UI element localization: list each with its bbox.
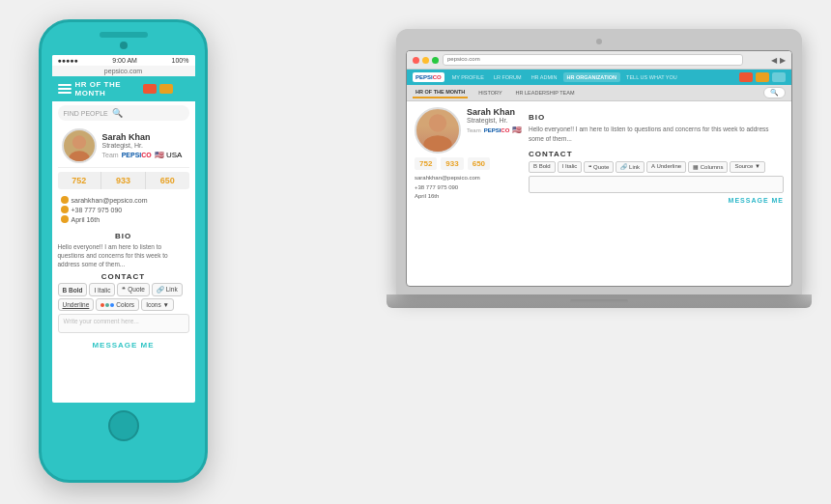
profile-header: Sarah Khan Strategist, Hr. Team PEPSICO … bbox=[415, 107, 521, 154]
subnav-leadership[interactable]: HR LEADERSHIP TEAM bbox=[513, 88, 578, 98]
browser-nav-icons: ◀ ▶ bbox=[747, 56, 786, 65]
nav-icon-yellow[interactable] bbox=[159, 84, 173, 94]
team-label: Team bbox=[102, 152, 119, 158]
url-text: pepsico.com bbox=[104, 68, 142, 74]
browser-forward-icon[interactable]: ▶ bbox=[780, 56, 786, 65]
maximize-window-btn[interactable] bbox=[432, 57, 439, 64]
italic-label: I Italic bbox=[94, 287, 110, 294]
phone-url-bar: pepsico.com bbox=[52, 66, 195, 76]
subnav-hrmonth[interactable]: HR OF THE MONTH bbox=[413, 87, 468, 98]
nav-icon-teal[interactable] bbox=[176, 84, 189, 94]
subnav-history[interactable]: HISTORY bbox=[475, 88, 504, 98]
laptop-contact: sarahkhan@pepsico.com +38 777 975 090 Ap… bbox=[415, 174, 521, 202]
nav-tab-hrorg[interactable]: HR ORGANIZATION bbox=[563, 72, 621, 82]
svg-point-0 bbox=[72, 135, 85, 149]
message-me-button[interactable]: MESSAGE ME bbox=[52, 337, 195, 353]
laptop-comment-toolbar: B Bold I Italic ❝ Quote 🔗 Link A Underli… bbox=[529, 161, 784, 173]
laptop-quote-btn[interactable]: ❝ Quote bbox=[584, 161, 614, 173]
laptop-base bbox=[387, 294, 812, 308]
address-bar[interactable]: pepsico.com bbox=[443, 54, 743, 66]
laptop-avatar bbox=[415, 107, 461, 154]
main-content: Sarah Khan Strategist, Hr. Team PEPSICO … bbox=[407, 101, 791, 210]
laptop-bio-text: Hello everyone!! I am here to listen to … bbox=[529, 125, 784, 144]
laptop-link-btn[interactable]: 🔗 Link bbox=[616, 161, 645, 173]
minimize-window-btn[interactable] bbox=[422, 57, 429, 64]
window-controls bbox=[413, 57, 439, 64]
laptop-date: April 16th bbox=[415, 192, 521, 202]
blue-dot bbox=[110, 303, 114, 307]
profile-text: Sarah Khan Strategist, Hr. Team PEPSICO … bbox=[467, 107, 522, 137]
phone-body: ●●●●● 9:00 AM 100% pepsico.com HR OF THE… bbox=[39, 19, 208, 483]
trackpad-notch bbox=[570, 299, 628, 303]
date-row: April 16th bbox=[61, 215, 186, 223]
underline-button[interactable]: Underline bbox=[58, 298, 95, 311]
italic-button[interactable]: I Italic bbox=[89, 283, 115, 296]
pepsi-logo: PEPSICO bbox=[413, 72, 444, 82]
profile-role: Strategist, Hr. bbox=[102, 142, 186, 149]
phone-icon bbox=[61, 206, 69, 213]
phone-device: ●●●●● 9:00 AM 100% pepsico.com HR OF THE… bbox=[39, 19, 208, 483]
phone-status-bar: ●●●●● 9:00 AM 100% bbox=[52, 55, 195, 66]
icons-button[interactable]: Icons ▼ bbox=[141, 298, 174, 311]
phone-speaker bbox=[100, 32, 148, 38]
laptop-stat-3: 650 bbox=[468, 157, 490, 170]
laptop-stat-2: 933 bbox=[441, 157, 463, 170]
laptop-stat-1: 752 bbox=[415, 157, 437, 170]
stats-bar: 752 933 650 bbox=[58, 172, 189, 189]
battery-icon: 100% bbox=[172, 57, 189, 64]
laptop-underline-btn[interactable]: A Underline bbox=[646, 161, 686, 173]
laptop-bold-btn[interactable]: B Bold bbox=[529, 161, 556, 173]
notification-badge[interactable] bbox=[143, 84, 157, 94]
laptop-team-label: Team bbox=[467, 127, 481, 133]
svg-point-2 bbox=[429, 114, 446, 131]
nav-tab-myprofile[interactable]: MY PROFILE bbox=[448, 72, 488, 82]
browser-back-icon[interactable]: ◀ bbox=[771, 56, 777, 65]
laptop-device: pepsico.com ◀ ▶ PEPSICO MY PROFILE LR FO… bbox=[396, 29, 802, 338]
phone-text: +38 777 975 090 bbox=[72, 207, 123, 213]
stat-3: 650 bbox=[146, 172, 189, 189]
search-bar-laptop[interactable]: 🔍 bbox=[763, 87, 786, 98]
nav-action-icons bbox=[143, 84, 189, 94]
laptop-source-btn[interactable]: Source ▼ bbox=[730, 161, 765, 173]
nav-tab-hradmin[interactable]: HR ADMIN bbox=[528, 72, 561, 82]
comment-input[interactable]: Write your comment here... bbox=[58, 314, 189, 333]
icons-label: Icons ▼ bbox=[146, 301, 169, 308]
subnav: HR OF THE MONTH HISTORY HR LEADERSHIP TE… bbox=[407, 85, 791, 101]
date-icon bbox=[61, 215, 69, 223]
phone-screen: ●●●●● 9:00 AM 100% pepsico.com HR OF THE… bbox=[52, 55, 195, 403]
quote-button[interactable]: ❝ Quote bbox=[117, 283, 150, 296]
phone-row: +38 777 975 090 bbox=[61, 206, 186, 213]
link-label: 🔗 Link bbox=[157, 286, 178, 294]
right-column: BIO Hello everyone!! I am here to listen… bbox=[529, 107, 784, 204]
nav-tab-lrforum[interactable]: LR FORUM bbox=[490, 72, 526, 82]
nav-icon-1[interactable] bbox=[739, 72, 753, 82]
email-icon bbox=[61, 196, 69, 204]
profile-column: Sarah Khan Strategist, Hr. Team PEPSICO … bbox=[415, 107, 521, 204]
laptop-team-row: Team PEPSICO 🇺🇸 bbox=[467, 126, 522, 134]
laptop-comment-box[interactable] bbox=[529, 176, 784, 193]
bold-label: B Bold bbox=[63, 287, 83, 294]
nav-icon-3[interactable] bbox=[772, 72, 786, 82]
laptop-lid: pepsico.com ◀ ▶ PEPSICO MY PROFILE LR FO… bbox=[396, 29, 802, 294]
nav-tab-tellus[interactable]: TELL US WHAT YOU bbox=[622, 72, 681, 82]
profile-info: Sarah Khan Strategist, Hr. Team PEPSICO … bbox=[102, 132, 186, 159]
link-button[interactable]: 🔗 Link bbox=[152, 283, 183, 296]
home-button[interactable] bbox=[108, 410, 139, 441]
colors-button[interactable]: Colors bbox=[96, 298, 139, 311]
bold-button[interactable]: B Bold bbox=[58, 283, 88, 296]
laptop-message-btn[interactable]: MESSAGE ME bbox=[529, 197, 784, 204]
address-text: pepsico.com bbox=[447, 56, 480, 62]
laptop-italic-btn[interactable]: I Italic bbox=[558, 161, 583, 173]
team-row: Team PEPSICO 🇺🇸 USA bbox=[102, 151, 186, 159]
phone-time: 9:00 AM bbox=[112, 57, 137, 64]
logo-text: PEPSICO bbox=[416, 74, 442, 80]
bio-text: Hello everyone!! I am here to listen to … bbox=[58, 242, 189, 268]
red-dot bbox=[100, 303, 104, 307]
nav-icon-2[interactable] bbox=[756, 72, 769, 82]
close-window-btn[interactable] bbox=[413, 57, 419, 64]
search-bar[interactable]: FIND PEOPLE 🔍 bbox=[58, 105, 189, 121]
laptop-columns-btn[interactable]: ▦ Columns bbox=[688, 161, 728, 173]
green-dot bbox=[105, 303, 109, 307]
laptop-contact-title: CONTACT bbox=[529, 150, 784, 158]
menu-icon[interactable] bbox=[58, 84, 72, 94]
